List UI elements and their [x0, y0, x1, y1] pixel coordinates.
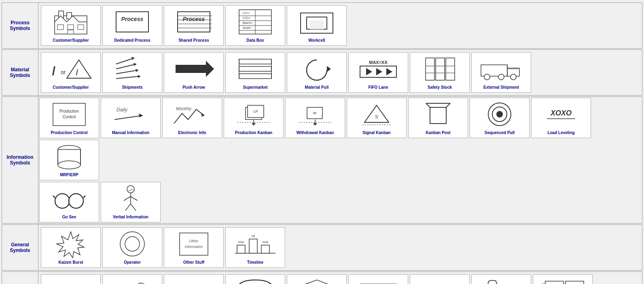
svg-text:Control: Control	[63, 115, 76, 119]
safety-stock-cell[interactable]: Safety Stock	[410, 52, 470, 93]
orders-icon: IN	[412, 276, 468, 284]
expedited-cell[interactable]: Expedited	[164, 274, 224, 284]
fifo-lane-cell[interactable]: MAX=XX FIFO Lane	[348, 52, 408, 93]
timeline-cell[interactable]: NVA VA NVA Timeline	[225, 227, 285, 268]
warehouse-cell[interactable]: Warehouse	[287, 274, 347, 284]
material-pull-cell[interactable]: Material Pull	[287, 52, 347, 93]
electronic-info-label: Electronic Info	[178, 130, 206, 135]
svg-rect-3	[57, 25, 64, 30]
svg-line-108	[53, 196, 55, 198]
svg-rect-124	[249, 239, 257, 253]
external-shipment-cell[interactable]: External Shipment	[471, 52, 531, 93]
information-symbols-content: Production Control Production Control Da…	[38, 97, 642, 223]
svg-rect-44	[239, 74, 271, 79]
svg-text:XOXO: XOXO	[550, 109, 572, 117]
go-see-label: Go See	[62, 215, 76, 220]
dedicated-process-cell[interactable]: Process Dedicated Process	[102, 5, 162, 46]
svg-marker-140	[301, 280, 333, 284]
withdrawal-kanban-cell[interactable]: W Withdrawal Kanban	[285, 98, 345, 138]
production-kanban-icon: LP	[226, 100, 282, 129]
expedited-icon	[166, 276, 222, 284]
kanban-post-cell[interactable]: Kanban Post	[408, 98, 468, 138]
push-arrow-cell[interactable]: Push Arrow	[164, 52, 224, 93]
batched-kanban-icon	[535, 276, 591, 284]
withdrawal-kanban-label: Withdrawal Kanban	[297, 130, 334, 135]
svg-text:MAX=XX: MAX=XX	[369, 60, 388, 65]
svg-line-92	[426, 103, 430, 107]
shipments-cell[interactable]: Shipments	[102, 52, 162, 93]
manual-information-cell[interactable]: Daily Manual Information	[101, 98, 161, 138]
general-symbols-content: Kaizen Burst Operator Ot	[38, 225, 642, 270]
svg-marker-30	[67, 60, 91, 78]
mrp-erp-label: MRP/ERP	[60, 173, 78, 177]
extended-vsm-label: ExtendedVSM Symbols	[2, 272, 38, 284]
signal-kanban-cell[interactable]: S Signal Kanban	[347, 98, 407, 138]
milk-run-cell[interactable]: Milk Run	[225, 274, 285, 284]
verbal-information-cell[interactable]: Verbal Information	[101, 182, 161, 222]
production-kanban-cell[interactable]: LP Production Kanban	[224, 98, 284, 138]
operator-icon	[104, 229, 160, 258]
load-leveling-cell[interactable]: XOXO Load Leveling	[531, 98, 591, 138]
svg-point-105	[55, 194, 70, 208]
svg-line-112	[124, 196, 131, 201]
batched-kanban-cell[interactable]: Batched Kanban	[533, 274, 593, 284]
customer-supplier-material-cell[interactable]: I or I Customer/Supplier	[41, 52, 101, 93]
svg-line-114	[125, 204, 131, 211]
svg-rect-123	[237, 245, 245, 253]
svg-text:Avail=: Avail=	[243, 26, 252, 30]
cross-dock-cell[interactable]: Cross-Dock	[348, 274, 408, 284]
customer-supplier-material-label: Customer/Supplier	[53, 85, 89, 90]
svg-rect-40	[176, 65, 206, 73]
air-freight-cell[interactable]: Air Freight	[102, 274, 162, 284]
svg-text:Information: Information	[184, 245, 203, 249]
svg-rect-53	[426, 58, 434, 80]
go-see-cell[interactable]: Go See	[39, 182, 99, 222]
material-symbols-content: I or I Customer/Supplier	[38, 50, 642, 95]
mrp-erp-cell[interactable]: MRP/ERP	[39, 140, 99, 180]
sequenced-pull-cell[interactable]: Sequenced Pull	[470, 98, 530, 138]
shared-process-label: Shared Process	[178, 38, 209, 43]
svg-marker-35	[133, 63, 136, 66]
load-leveling-icon: XOXO	[533, 100, 589, 129]
svg-line-115	[131, 204, 136, 211]
production-control-cell[interactable]: Production Control Production Control	[39, 98, 99, 138]
supermarket-label: Supermarket	[243, 85, 267, 90]
svg-text:Process: Process	[183, 16, 205, 22]
operator-cell[interactable]: Operator	[102, 227, 162, 268]
cross-dock-icon	[350, 276, 406, 284]
workcell-cell[interactable]: Workcell	[287, 5, 347, 46]
svg-rect-5	[78, 25, 84, 30]
phone-cell[interactable]: Phone	[471, 274, 531, 284]
rail-shipment-cell[interactable]: Rail Shipment	[41, 274, 101, 284]
production-control-label: Production Control	[51, 130, 87, 135]
sequenced-pull-label: Sequenced Pull	[485, 130, 515, 135]
svg-text:NVA: NVA	[263, 241, 268, 243]
svg-text:Process: Process	[121, 16, 144, 22]
general-symbols-section: GeneralSymbols Kaizen Burst	[2, 224, 642, 271]
verbal-information-label: Verbal Information	[113, 215, 148, 220]
timeline-icon: NVA VA NVA	[227, 229, 283, 258]
other-stuff-cell[interactable]: Other Information Other Stuff	[164, 227, 224, 268]
material-pull-label: Material Pull	[305, 85, 329, 90]
data-box-icon: C/T= C/O= Batch= Avail=	[227, 7, 283, 36]
shared-process-cell[interactable]: Process Shared Process	[164, 5, 224, 46]
customer-supplier-process-cell[interactable]: Customer/Supplier	[41, 5, 101, 46]
customer-supplier-material-icon: I or I	[43, 54, 99, 83]
electronic-info-cell[interactable]: Monthly Electronic Info	[162, 98, 222, 138]
svg-line-38	[116, 76, 140, 79]
kaizen-burst-cell[interactable]: Kaizen Burst	[41, 227, 101, 268]
svg-text:Other: Other	[189, 239, 199, 243]
supermarket-cell[interactable]: Supermarket	[225, 52, 285, 93]
svg-line-113	[131, 196, 138, 201]
orders-cell[interactable]: IN Orders	[410, 274, 470, 284]
svg-text:Batch=: Batch=	[243, 21, 253, 25]
fifo-lane-label: FIFO Lane	[369, 85, 388, 90]
workcell-icon	[289, 7, 345, 36]
safety-stock-icon	[412, 54, 468, 83]
process-symbols-section: ProcessSymbols	[2, 2, 642, 49]
mrp-erp-icon	[41, 142, 97, 171]
supermarket-icon	[227, 54, 283, 83]
rail-shipment-icon	[43, 276, 99, 284]
data-box-cell[interactable]: C/T= C/O= Batch= Avail= Data Box	[225, 5, 285, 46]
safety-stock-label: Safety Stock	[428, 85, 452, 90]
